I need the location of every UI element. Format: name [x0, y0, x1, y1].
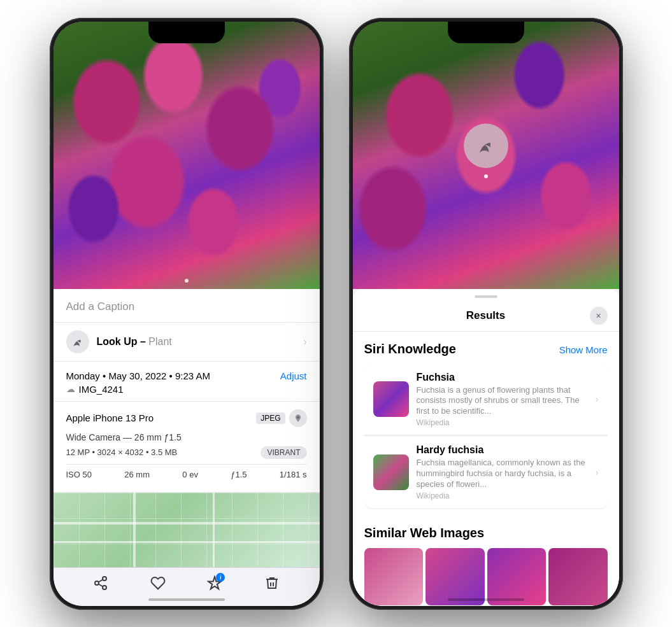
meta-date: Monday • May 30, 2022 • 9:23 AM [66, 370, 210, 381]
map-road [213, 493, 215, 567]
photo-right[interactable] [353, 22, 619, 289]
meta-filename-row: ☁ IMG_4241 [66, 384, 307, 395]
share-button[interactable] [93, 575, 108, 595]
hardy-thumbnail [373, 454, 409, 490]
specs-row: 12 MP • 3024 × 4032 • 3.5 MB VIBRANT [66, 446, 307, 459]
results-header: Results × [353, 298, 619, 332]
notch-right [448, 22, 524, 43]
similar-title: Similar Web Images [364, 526, 608, 540]
fuchsia-name: Fuchsia [417, 372, 588, 383]
exif-aperture: ƒ1.5 [231, 470, 247, 479]
close-button[interactable]: × [590, 307, 608, 325]
exif-iso: ISO 50 [66, 470, 92, 479]
knowledge-item-fuchsia[interactable]: Fuchsia Fuchsia is a genus of flowering … [364, 364, 608, 436]
meta-section: Monday • May 30, 2022 • 9:23 AM Adjust ☁… [54, 362, 320, 402]
similar-image-1[interactable] [364, 548, 424, 605]
specs-text: 12 MP • 3024 × 4032 • 3.5 MB [66, 447, 178, 457]
siri-knowledge-section: Siri Knowledge Show More Fuchsia Fuchsia [353, 332, 619, 516]
right-side-button [323, 132, 324, 177]
show-more-button[interactable]: Show More [559, 344, 608, 355]
mute-button [50, 107, 50, 130]
meta-filename: IMG_4241 [79, 384, 124, 395]
hardy-content: Hardy fuchsia Fuchsia magellanica, commo… [417, 444, 588, 500]
info-button[interactable]: i [207, 575, 222, 595]
device-section: Apple iPhone 13 Pro JPEG [54, 402, 320, 493]
home-indicator-left [148, 598, 225, 601]
right-screen: Results × Siri Knowledge Show More [353, 22, 619, 606]
map-road [133, 493, 136, 567]
similar-image-2[interactable] [425, 548, 485, 605]
right-phone-inner: Results × Siri Knowledge Show More [353, 22, 619, 606]
fuchsia-thumbnail [373, 381, 409, 417]
hardy-description: Fuchsia magellanica, commonly known as t… [417, 458, 588, 490]
volume-down-button-r [349, 191, 350, 229]
lookup-icon-wrap [66, 330, 89, 353]
adjust-button[interactable]: Adjust [280, 370, 307, 381]
phones-container: Add a Caption Look Up – Plant › [37, 5, 636, 623]
siri-leaf-icon [476, 136, 496, 155]
map-area[interactable] [54, 493, 320, 567]
leaf-icon [71, 335, 84, 348]
page-indicator-dot [185, 279, 189, 283]
info-badge: i [216, 573, 225, 582]
volume-up-button [50, 145, 50, 183]
exif-row: ISO 50 26 mm 0 ev ƒ1.5 1/181 s [66, 464, 307, 484]
lookup-chevron: › [303, 336, 306, 348]
fuchsia-description: Fuchsia is a genus of flowering plants t… [417, 385, 588, 418]
flower-background [54, 22, 320, 289]
siri-knowledge-header: Siri Knowledge Show More [364, 342, 608, 356]
right-side-button-r [622, 132, 623, 177]
format-badge: JPEG [256, 412, 285, 424]
notch [148, 22, 225, 43]
siri-dot [484, 174, 488, 178]
similar-images [364, 548, 608, 605]
map-road [54, 541, 320, 543]
volume-down-button [50, 191, 50, 229]
siri-visual-button[interactable] [464, 123, 508, 168]
heart-button[interactable] [150, 575, 166, 595]
device-row: Apple iPhone 13 Pro JPEG [66, 409, 307, 427]
hardy-chevron: › [596, 467, 599, 477]
left-screen: Add a Caption Look Up – Plant › [54, 22, 320, 606]
meta-date-row: Monday • May 30, 2022 • 9:23 AM Adjust [66, 370, 307, 381]
sheet-scroll[interactable]: Siri Knowledge Show More Fuchsia Fuchsia [353, 332, 619, 606]
lookup-label: Look Up – Plant [97, 336, 172, 348]
device-name: Apple iPhone 13 Pro [66, 412, 154, 423]
siri-knowledge-title: Siri Knowledge [364, 342, 456, 356]
location-badge [289, 409, 307, 427]
fuchsia-chevron: › [596, 394, 599, 404]
fuchsia-content: Fuchsia Fuchsia is a genus of flowering … [417, 372, 588, 428]
left-phone: Add a Caption Look Up – Plant › [50, 18, 324, 610]
similar-image-3[interactable] [487, 548, 547, 605]
results-title: Results [382, 309, 590, 322]
map-road [54, 522, 320, 525]
map-grid [54, 493, 320, 567]
caption-placeholder[interactable]: Add a Caption [66, 300, 135, 313]
vibrant-badge: VIBRANT [261, 446, 306, 459]
photo-left[interactable] [54, 22, 320, 289]
fuchsia-source: Wikipedia [417, 418, 588, 427]
camera-row: Wide Camera — 26 mm ƒ1.5 [66, 432, 307, 442]
knowledge-item-hardy[interactable]: Hardy fuchsia Fuchsia magellanica, commo… [364, 437, 608, 508]
caption-area[interactable]: Add a Caption [54, 289, 320, 323]
trash-button[interactable] [264, 575, 280, 595]
home-indicator-right [448, 598, 524, 601]
location-icon [294, 414, 303, 423]
exif-shutter: 1/181 s [280, 470, 307, 479]
left-phone-inner: Add a Caption Look Up – Plant › [54, 22, 320, 606]
mute-button-r [349, 107, 350, 130]
right-phone: Results × Siri Knowledge Show More [349, 18, 623, 610]
badges: JPEG [256, 409, 306, 427]
similar-image-4[interactable] [548, 548, 608, 605]
exif-ev: 0 ev [182, 470, 198, 479]
similar-section: Similar Web Images [353, 516, 619, 606]
lookup-row[interactable]: Look Up – Plant › [54, 323, 320, 362]
cloud-icon: ☁ [66, 384, 75, 394]
results-sheet: Results × Siri Knowledge Show More [353, 289, 619, 606]
volume-up-button-r [349, 145, 350, 183]
hardy-source: Wikipedia [417, 491, 588, 500]
knowledge-card: Fuchsia Fuchsia is a genus of flowering … [364, 364, 608, 509]
exif-focal: 26 mm [124, 470, 150, 479]
hardy-name: Hardy fuchsia [417, 444, 588, 456]
